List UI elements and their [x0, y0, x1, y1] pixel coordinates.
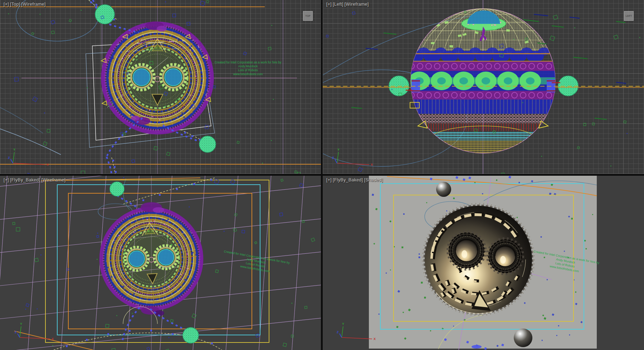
viewport-label: [+] [Left] [Wireframe]	[326, 2, 369, 7]
axis-tripod: XYZ	[332, 148, 373, 166]
watermark-line: www.lotsofrobots.com	[209, 72, 287, 76]
svg-text:Y: Y	[20, 322, 22, 326]
watermark-line: Andy Murdock	[209, 64, 287, 68]
wireframe-scene-top-view[interactable]: XYZ	[0, 0, 321, 174]
viewport-camera-wireframe[interactable]: XYZ [+] [FlyBy_Baked] [Wireframe] Create…	[0, 176, 321, 350]
axis-tripod: XYZ	[8, 148, 49, 166]
viewport-shading-button[interactable]: [Wireframe]	[42, 178, 66, 183]
viewport-label: [+] [FlyBy_Baked] [Shaded]	[326, 178, 383, 183]
viewport-left[interactable]: XYZ [+] [Left] [Wireframe] LEFT	[323, 0, 644, 174]
viewport-menu-button[interactable]: [+]	[326, 178, 332, 183]
svg-text:Z: Z	[337, 330, 339, 334]
viewport-menu-button[interactable]: [+]	[326, 2, 332, 7]
viewport-grid: XYZ [+] [Top] [Wireframe] TOP Created fo…	[0, 0, 644, 350]
svg-text:X: X	[52, 337, 54, 341]
watermark-line: Created for Intel Corporation as a work …	[209, 60, 287, 64]
wireframe-model	[103, 24, 212, 132]
viewport-shading-button[interactable]: [Shaded]	[364, 178, 383, 183]
viewport-menu-button[interactable]: [+]	[4, 178, 9, 183]
watermark-line: Lots of Robots	[209, 68, 287, 72]
viewport-pov-button[interactable]: [FlyBy_Baked]	[10, 178, 40, 183]
viewport-pov-button[interactable]: [FlyBy_Baked]	[333, 178, 363, 183]
axis-tripod: XYZ	[15, 322, 54, 341]
svg-text:Z: Z	[15, 330, 17, 334]
viewport-label: [+] [Top] [Wireframe]	[4, 2, 46, 7]
viewport-label: [+] [FlyBy_Baked] [Wireframe]	[4, 178, 66, 183]
watermark-text: Created for Intel Corporation as a work …	[209, 60, 287, 76]
svg-text:Y: Y	[337, 148, 340, 151]
viewport-pov-button[interactable]: [Top]	[10, 2, 20, 7]
svg-text:X: X	[371, 163, 373, 166]
viewport-pov-button[interactable]: [Left]	[333, 2, 343, 7]
svg-text:Y: Y	[13, 148, 15, 151]
wireframe-scene-left-view[interactable]: XYZ	[323, 0, 644, 174]
viewport-shading-button[interactable]: [Wireframe]	[21, 2, 46, 7]
svg-text:Z: Z	[332, 156, 334, 160]
viewcube[interactable]: TOP	[303, 11, 313, 21]
svg-text:Z: Z	[8, 156, 10, 160]
viewport-menu-button[interactable]: [+]	[4, 2, 9, 7]
viewport-shading-button[interactable]: [Wireframe]	[345, 2, 369, 7]
viewport-camera-shaded[interactable]: XYZ [+] [FlyBy_Baked] [Shaded] Created f…	[323, 176, 644, 350]
svg-text:X: X	[374, 337, 376, 341]
viewcube[interactable]: LEFT	[624, 11, 634, 21]
svg-text:Y: Y	[342, 322, 344, 326]
svg-text:X: X	[47, 163, 49, 166]
viewport-top[interactable]: XYZ [+] [Top] [Wireframe] TOP Created fo…	[0, 0, 321, 174]
